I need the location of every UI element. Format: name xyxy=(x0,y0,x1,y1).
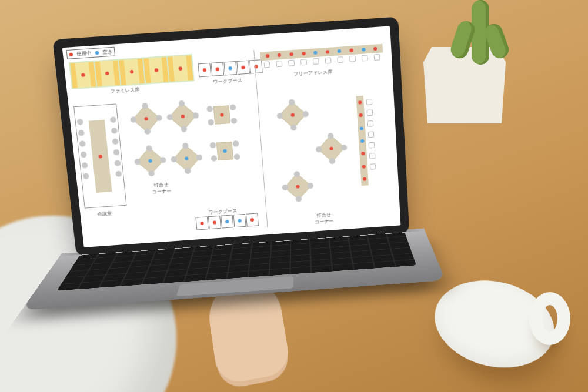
meeting-room-chair xyxy=(76,119,83,125)
meeting-table[interactable] xyxy=(282,172,313,202)
work-booth-seat[interactable] xyxy=(223,61,237,75)
occupied-dot-icon xyxy=(181,115,185,119)
occupied-dot-icon xyxy=(144,117,148,121)
famires-booth[interactable] xyxy=(168,55,193,82)
vacant-dot-icon xyxy=(360,126,364,130)
famires-booth[interactable] xyxy=(119,59,144,85)
meeting-room-chair xyxy=(110,116,116,123)
occupied-dot-icon xyxy=(290,113,295,117)
occupied-dot-icon xyxy=(130,70,134,74)
free-address-chair[interactable] xyxy=(313,58,319,65)
meeting-room-status-icon xyxy=(98,155,102,159)
work-booth-seat[interactable] xyxy=(246,213,259,226)
occupied-dot-icon xyxy=(302,52,306,56)
meeting-table-chair xyxy=(233,140,239,147)
counter-vertical-chairs xyxy=(366,99,376,170)
famires-label: ファミレス席 xyxy=(110,86,140,95)
legend: 使用中 空き xyxy=(66,47,115,59)
counter-chair[interactable] xyxy=(369,142,375,149)
meeting-room-chairs-right xyxy=(110,116,122,177)
work-booth-seat[interactable] xyxy=(233,214,246,227)
meeting-room-chair xyxy=(81,162,88,169)
meeting-table-chair xyxy=(196,155,202,161)
meeting-room-chair xyxy=(113,149,119,156)
counter-chair[interactable] xyxy=(369,153,376,159)
meeting-table-rect[interactable] xyxy=(206,102,238,128)
plant-pot xyxy=(423,47,506,123)
occupied-dot-icon xyxy=(362,165,366,168)
free-address-chair[interactable] xyxy=(362,55,368,61)
free-address-chair[interactable] xyxy=(263,61,270,68)
meeting-table-chair xyxy=(209,142,216,149)
wall-divider xyxy=(253,50,268,227)
legend-vacant-label: 空き xyxy=(102,48,113,56)
free-address-chair[interactable] xyxy=(288,60,295,66)
free-address-chair[interactable] xyxy=(300,59,307,65)
meeting-table-rect[interactable] xyxy=(209,138,240,164)
meeting-room-chairs-left xyxy=(76,119,89,179)
vacant-dot-icon xyxy=(95,51,99,55)
meeting-room-chair xyxy=(79,140,86,147)
occupied-dot-icon xyxy=(213,220,217,224)
work-booth-seat[interactable] xyxy=(195,216,208,230)
famires-booth[interactable] xyxy=(70,62,96,88)
occupied-dot-icon xyxy=(358,100,362,105)
famires-row xyxy=(69,54,195,89)
famires-booth[interactable] xyxy=(143,57,169,83)
counter-chair[interactable] xyxy=(370,163,376,170)
famires-booth[interactable] xyxy=(95,61,121,87)
work-booth-seat[interactable] xyxy=(198,63,211,77)
free-address-chair[interactable] xyxy=(276,61,282,67)
vacant-dot-icon xyxy=(313,51,318,55)
meeting-table-chair xyxy=(208,119,214,126)
free-address-label: フリーアドレス席 xyxy=(293,68,333,78)
meeting-corner-left-label: 打合せ コーナー xyxy=(151,181,172,195)
occupied-dot-icon xyxy=(363,177,366,181)
free-address-chair[interactable] xyxy=(349,56,356,62)
meeting-room-chair xyxy=(80,152,86,158)
meeting-room[interactable] xyxy=(74,103,126,208)
meeting-room-label: 会議室 xyxy=(97,210,112,218)
meeting-table[interactable] xyxy=(277,99,308,130)
floor-map-app[interactable]: 使用中 空き ファミレス席 ワークブース フリーアドレス席 xyxy=(62,26,401,247)
free-address-chair[interactable] xyxy=(374,54,380,61)
counter-chair[interactable] xyxy=(368,120,374,127)
meeting-room-chair xyxy=(78,130,85,136)
meeting-table-chair xyxy=(307,183,313,189)
workbooth-top xyxy=(198,59,262,77)
meeting-table-chair xyxy=(206,106,213,112)
free-address-chair[interactable] xyxy=(325,57,332,63)
meeting-table-chair xyxy=(156,115,162,121)
work-booth-seat[interactable] xyxy=(208,216,221,229)
meeting-room-table xyxy=(89,120,112,193)
meeting-table-chair xyxy=(192,112,199,119)
photo-scene: 使用中 空き ファミレス席 ワークブース フリーアドレス席 xyxy=(0,0,588,392)
meeting-table-chair xyxy=(148,170,155,177)
meeting-table-chair xyxy=(230,118,237,124)
occupied-dot-icon xyxy=(69,52,73,56)
meeting-table[interactable] xyxy=(316,133,346,164)
vacant-dot-icon xyxy=(185,156,189,160)
meeting-table-chair xyxy=(185,167,191,174)
work-booth-seat[interactable] xyxy=(220,215,233,228)
occupied-dot-icon xyxy=(373,47,377,51)
meeting-table[interactable] xyxy=(130,103,162,135)
meeting-table[interactable] xyxy=(134,146,166,176)
meeting-table[interactable] xyxy=(171,143,202,173)
meeting-table-chair xyxy=(302,111,309,118)
occupied-dot-icon xyxy=(200,222,204,225)
work-booth-seat[interactable] xyxy=(211,62,224,76)
meeting-table[interactable] xyxy=(167,100,199,132)
meeting-corner-left xyxy=(62,26,390,48)
meeting-table-chair xyxy=(181,126,187,132)
free-address-chair[interactable] xyxy=(337,56,343,63)
occupied-dot-icon xyxy=(361,152,365,155)
vacant-dot-icon xyxy=(362,48,366,52)
work-booth-seat[interactable] xyxy=(236,61,250,75)
meeting-room-chair xyxy=(82,173,89,179)
counter-chair[interactable] xyxy=(366,99,372,105)
counter-chair[interactable] xyxy=(366,109,373,116)
workbooth-top-label: ワークブース xyxy=(213,77,243,86)
counter-chair[interactable] xyxy=(368,131,375,138)
mug-handle xyxy=(529,292,570,345)
